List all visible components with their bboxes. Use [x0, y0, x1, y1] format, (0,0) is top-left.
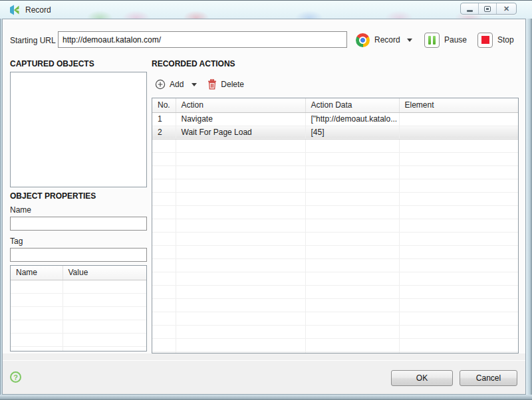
table-row-empty[interactable] [152, 245, 518, 258]
stop-button[interactable]: Stop [477, 31, 514, 49]
table-cell[interactable]: [45] [305, 126, 399, 139]
column-header[interactable]: Action Data [305, 98, 399, 112]
table-row-empty[interactable] [152, 272, 518, 285]
table-cell[interactable] [305, 338, 399, 351]
table-cell[interactable] [152, 312, 176, 325]
captured-objects-list[interactable] [10, 72, 147, 187]
table-cell[interactable] [399, 192, 518, 205]
table-cell[interactable] [63, 293, 146, 306]
table-cell[interactable] [176, 325, 305, 338]
table-cell[interactable] [399, 139, 518, 152]
table-cell[interactable]: Navigate [176, 112, 305, 126]
table-cell[interactable] [399, 298, 518, 312]
table-row-empty[interactable] [152, 298, 518, 312]
table-cell[interactable] [176, 338, 305, 351]
table-cell[interactable] [399, 112, 518, 126]
help-icon[interactable]: ? [10, 371, 21, 383]
table-row-empty[interactable] [152, 232, 518, 245]
table-cell[interactable] [176, 219, 305, 232]
table-cell[interactable] [305, 298, 399, 312]
table-row-empty[interactable] [11, 333, 146, 346]
table-cell[interactable] [176, 232, 305, 245]
ok-button[interactable]: OK [391, 370, 453, 386]
cancel-button[interactable]: Cancel [460, 370, 517, 386]
column-header[interactable]: Value [63, 266, 146, 280]
table-cell[interactable] [152, 139, 176, 152]
object-properties-table[interactable]: NameValue [10, 265, 147, 351]
table-row-empty[interactable] [11, 346, 146, 351]
table-cell[interactable] [11, 280, 63, 293]
table-row-empty[interactable] [152, 179, 518, 192]
delete-action-button[interactable]: Delete [207, 79, 244, 90]
table-row-empty[interactable] [11, 293, 146, 306]
table-cell[interactable] [305, 219, 399, 232]
table-cell[interactable] [305, 312, 399, 325]
table-cell[interactable] [176, 312, 305, 325]
table-cell[interactable] [305, 165, 399, 179]
table-cell[interactable] [399, 179, 518, 192]
table-cell[interactable] [152, 258, 176, 272]
table-cell[interactable] [152, 245, 176, 258]
table-cell[interactable] [399, 165, 518, 179]
table-row-empty[interactable] [152, 152, 518, 165]
table-cell[interactable] [305, 245, 399, 258]
table-cell[interactable] [152, 152, 176, 165]
table-cell[interactable] [152, 219, 176, 232]
table-cell[interactable] [152, 325, 176, 338]
table-row-empty[interactable] [152, 312, 518, 325]
table-cell[interactable] [152, 272, 176, 285]
table-cell[interactable]: ["http://demoaut.katalo... [305, 112, 399, 126]
table-cell[interactable] [11, 346, 63, 351]
table-cell[interactable]: 1 [152, 112, 176, 126]
starting-url-input[interactable] [58, 31, 347, 48]
table-cell[interactable] [176, 285, 305, 298]
table-cell[interactable] [11, 306, 63, 320]
record-button[interactable]: Record [356, 31, 412, 49]
tag-input[interactable] [10, 248, 147, 262]
table-cell[interactable] [399, 205, 518, 219]
table-cell[interactable] [63, 320, 146, 333]
table-cell[interactable] [305, 325, 399, 338]
table-row-empty[interactable] [152, 205, 518, 219]
table-cell[interactable] [152, 298, 176, 312]
title-bar[interactable]: Record ✕ [0, 0, 532, 19]
name-input[interactable] [10, 217, 147, 231]
table-cell[interactable] [152, 338, 176, 351]
table-row-empty[interactable] [11, 306, 146, 320]
table-cell[interactable] [152, 165, 176, 179]
table-cell[interactable] [305, 272, 399, 285]
table-row[interactable]: 1Navigate["http://demoaut.katalo... [152, 112, 518, 126]
table-cell[interactable] [11, 320, 63, 333]
table-cell[interactable] [399, 245, 518, 258]
table-row-empty[interactable] [152, 258, 518, 272]
maximize-button[interactable] [479, 3, 497, 14]
table-cell[interactable] [176, 152, 305, 165]
table-cell[interactable] [11, 293, 63, 306]
table-row-empty[interactable] [152, 325, 518, 338]
table-cell[interactable] [176, 139, 305, 152]
table-row-empty[interactable] [152, 139, 518, 152]
column-header[interactable]: No. [152, 98, 176, 112]
column-header[interactable]: Element [399, 98, 518, 112]
table-cell[interactable] [176, 258, 305, 272]
table-cell[interactable] [152, 179, 176, 192]
table-cell[interactable] [305, 179, 399, 192]
table-cell[interactable] [176, 192, 305, 205]
add-dropdown-arrow-icon[interactable] [192, 83, 197, 86]
table-cell[interactable] [305, 232, 399, 245]
table-cell[interactable] [399, 272, 518, 285]
pause-button[interactable]: Pause [424, 31, 467, 49]
table-cell[interactable] [305, 152, 399, 165]
table-cell[interactable] [152, 205, 176, 219]
table-cell[interactable] [305, 285, 399, 298]
table-cell[interactable] [305, 192, 399, 205]
table-cell[interactable] [399, 285, 518, 298]
table-cell[interactable] [176, 179, 305, 192]
table-cell[interactable] [305, 139, 399, 152]
table-cell[interactable] [63, 306, 146, 320]
table-row-empty[interactable] [152, 219, 518, 232]
table-cell[interactable] [176, 245, 305, 258]
table-cell[interactable] [176, 272, 305, 285]
table-cell[interactable] [152, 285, 176, 298]
table-cell[interactable] [152, 232, 176, 245]
